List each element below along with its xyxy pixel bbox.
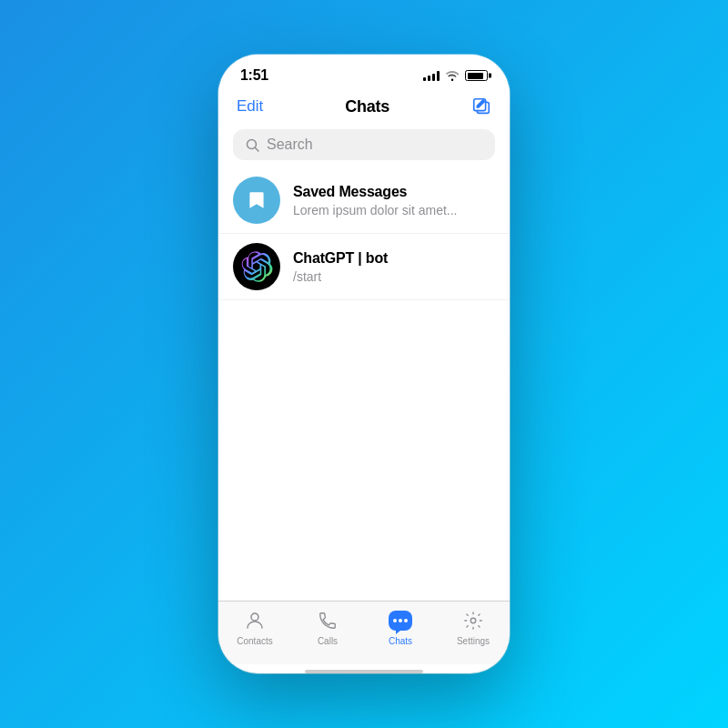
search-container: Search xyxy=(218,126,510,167)
tab-calls[interactable]: Calls xyxy=(291,609,364,646)
contacts-icon xyxy=(243,609,267,632)
nav-bar: Edit Chats xyxy=(218,91,510,126)
home-indicator xyxy=(305,670,423,673)
search-icon xyxy=(246,138,259,152)
status-icons xyxy=(423,70,488,81)
chat-preview: Lorem ipsum dolor sit amet... xyxy=(293,203,495,217)
tab-settings-label: Settings xyxy=(457,636,490,646)
svg-line-2 xyxy=(256,147,259,151)
chats-icon xyxy=(389,609,412,632)
edit-button[interactable]: Edit xyxy=(237,97,263,116)
compose-button[interactable] xyxy=(471,96,491,116)
settings-icon xyxy=(461,609,485,632)
svg-point-4 xyxy=(470,618,476,623)
tab-contacts-label: Contacts xyxy=(237,636,272,646)
chat-name: Saved Messages xyxy=(293,184,495,200)
list-item[interactable]: Saved Messages Lorem ipsum dolor sit ame… xyxy=(218,167,510,234)
chat-preview: /start xyxy=(293,269,495,284)
search-placeholder: Search xyxy=(267,136,313,153)
page-title: Chats xyxy=(345,97,389,116)
tab-contacts[interactable]: Contacts xyxy=(218,609,291,646)
bookmark-icon xyxy=(245,188,268,212)
search-bar[interactable]: Search xyxy=(233,129,495,160)
compose-icon xyxy=(471,96,491,116)
phone-frame: 1:51 Edit Chats xyxy=(218,55,510,673)
chatgpt-icon xyxy=(240,250,273,283)
list-item[interactable]: ChatGPT | bot /start xyxy=(218,234,510,300)
tab-settings[interactable]: Settings xyxy=(437,609,510,646)
chat-list: Saved Messages Lorem ipsum dolor sit ame… xyxy=(218,167,510,601)
avatar xyxy=(233,243,280,290)
battery-icon xyxy=(465,70,488,81)
wifi-icon xyxy=(445,70,460,81)
chat-info: ChatGPT | bot /start xyxy=(293,250,495,284)
avatar xyxy=(233,177,280,224)
status-time: 1:51 xyxy=(240,67,268,84)
tab-chats[interactable]: Chats xyxy=(364,609,437,646)
tab-chats-label: Chats xyxy=(389,636,412,646)
tab-calls-label: Calls xyxy=(318,636,338,646)
signal-bars-icon xyxy=(423,70,440,81)
calls-icon xyxy=(316,609,339,632)
svg-point-3 xyxy=(251,613,258,621)
chat-info: Saved Messages Lorem ipsum dolor sit ame… xyxy=(293,184,495,217)
status-bar: 1:51 xyxy=(218,55,510,91)
chat-name: ChatGPT | bot xyxy=(293,250,495,267)
tab-bar: Contacts Calls Chats xyxy=(218,601,510,664)
